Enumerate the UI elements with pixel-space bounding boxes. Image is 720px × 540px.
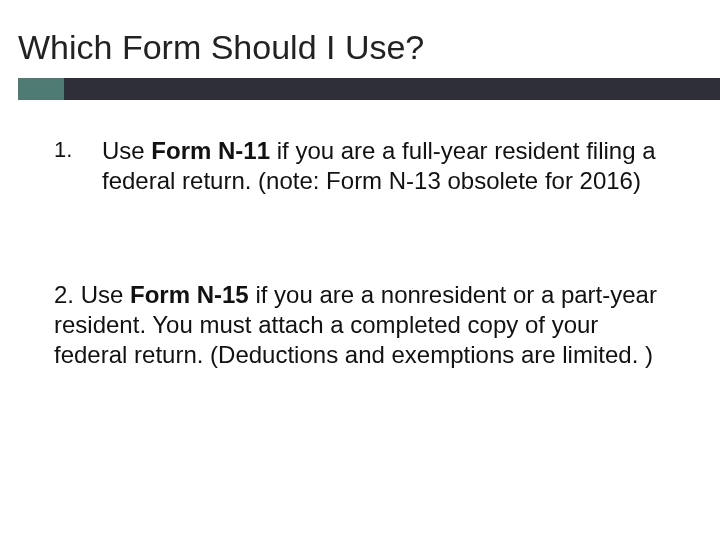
- text-run: Use: [102, 137, 151, 164]
- title-underline: [0, 78, 720, 100]
- title-underline-main: [64, 78, 720, 100]
- text-run: 2. Use: [54, 281, 130, 308]
- title-underline-accent: [18, 78, 64, 100]
- list-item-number: 1.: [54, 136, 102, 164]
- text-bold: Form N-15: [130, 281, 249, 308]
- list-item-text: Use Form N-11 if you are a full-year res…: [102, 136, 660, 196]
- slide-body: 1. Use Form N-11 if you are a full-year …: [54, 136, 660, 370]
- text-bold: Form N-11: [151, 137, 270, 164]
- list-item: 2. Use Form N-15 if you are a nonresiden…: [54, 280, 660, 370]
- list-item: 1. Use Form N-11 if you are a full-year …: [54, 136, 660, 196]
- slide-title: Which Form Should I Use?: [18, 28, 424, 67]
- slide: Which Form Should I Use? 1. Use Form N-1…: [0, 0, 720, 540]
